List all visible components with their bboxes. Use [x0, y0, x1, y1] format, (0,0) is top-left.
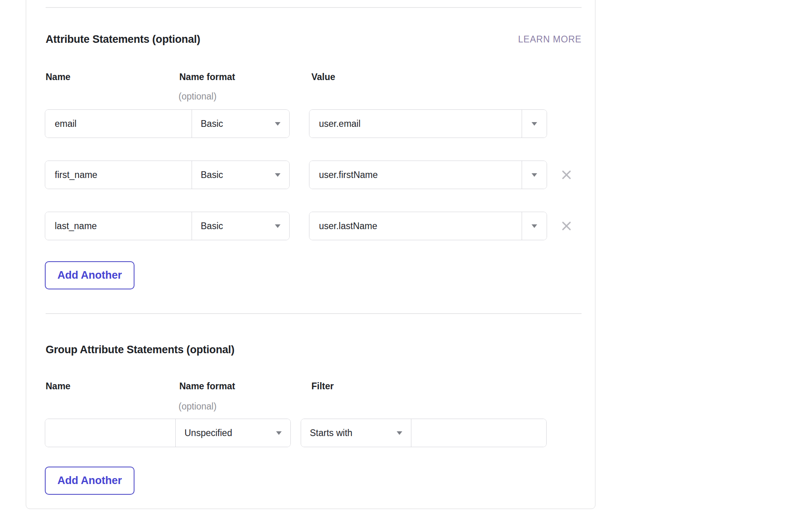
attribute-name-input[interactable]	[45, 161, 192, 189]
value-dropdown-toggle[interactable]	[522, 110, 547, 138]
saml-settings-card: Attribute Statements (optional) LEARN MO…	[26, 0, 595, 509]
name-format-select-value: Basic	[201, 170, 223, 180]
value-dropdown-toggle[interactable]	[522, 161, 547, 189]
name-format-group: Basic	[45, 212, 290, 240]
name-format-select[interactable]: Basic	[192, 212, 289, 240]
attribute-column-headers: Name Name format Value	[46, 72, 582, 83]
name-format-select[interactable]: Basic	[192, 161, 289, 189]
group-section-title: Group Attribute Statements (optional)	[46, 344, 234, 356]
group-name-format-select[interactable]: Unspecified	[175, 419, 290, 447]
value-combo	[309, 161, 547, 189]
name-format-select[interactable]: Basic	[192, 110, 289, 138]
group-filter-group: Starts with	[301, 419, 547, 447]
x-icon	[560, 168, 573, 181]
name-format-select-value: Basic	[201, 221, 223, 232]
group-column-headers: Name Name format Filter	[46, 381, 582, 392]
attribute-section-title: Attribute Statements (optional)	[46, 33, 200, 46]
column-header-value: Value	[311, 72, 335, 82]
column-header-name: Name	[46, 72, 71, 82]
chevron-down-icon	[532, 224, 537, 228]
remove-row-button[interactable]	[557, 217, 576, 235]
card-content: Attribute Statements (optional) LEARN MO…	[46, 0, 582, 509]
name-format-optional-note: (optional)	[179, 91, 217, 102]
name-format-select-value: Basic	[201, 119, 223, 129]
chevron-down-icon	[532, 173, 537, 177]
attribute-value-input[interactable]	[309, 110, 522, 138]
value-dropdown-toggle[interactable]	[522, 212, 547, 240]
filter-type-select[interactable]: Starts with	[301, 419, 411, 447]
filter-type-select-value: Starts with	[310, 428, 352, 438]
chevron-down-icon	[532, 122, 537, 126]
remove-row-button[interactable]	[557, 166, 576, 184]
attribute-name-input[interactable]	[45, 212, 192, 240]
chevron-down-icon	[276, 431, 282, 435]
column-header-filter: Filter	[311, 381, 334, 392]
name-format-optional-note: (optional)	[179, 401, 217, 412]
attribute-value-input[interactable]	[309, 212, 522, 240]
column-header-name-format: Name format	[179, 72, 235, 82]
chevron-down-icon	[275, 224, 280, 228]
name-format-group: Basic	[45, 161, 290, 189]
value-combo	[309, 212, 547, 240]
attribute-value-input[interactable]	[309, 161, 522, 189]
name-format-group: Basic	[45, 109, 290, 138]
filter-value-input[interactable]	[411, 419, 546, 447]
column-header-name: Name	[46, 381, 71, 392]
chevron-down-icon	[275, 173, 280, 177]
section-divider	[46, 313, 582, 314]
group-name-input[interactable]	[45, 419, 175, 447]
chevron-down-icon	[275, 122, 280, 126]
add-attribute-button[interactable]: Add Another	[45, 261, 134, 289]
attribute-row: Basic	[46, 109, 582, 138]
x-icon	[560, 220, 573, 232]
attribute-row: Basic	[46, 212, 582, 240]
group-name-format-select-value: Unspecified	[184, 428, 232, 438]
attribute-section-header: Attribute Statements (optional) LEARN MO…	[46, 32, 582, 46]
group-name-format-group: Unspecified	[45, 419, 291, 447]
chevron-down-icon	[397, 431, 402, 435]
column-header-name-format: Name format	[179, 381, 235, 392]
attribute-row: Basic	[46, 161, 582, 189]
add-group-attribute-button[interactable]: Add Another	[45, 467, 134, 495]
learn-more-link[interactable]: LEARN MORE	[518, 34, 582, 45]
top-divider	[46, 7, 582, 8]
group-section-header: Group Attribute Statements (optional)	[46, 343, 582, 357]
group-attribute-row: Unspecified Starts with	[46, 419, 582, 447]
attribute-name-input[interactable]	[45, 110, 192, 138]
value-combo	[309, 109, 547, 138]
